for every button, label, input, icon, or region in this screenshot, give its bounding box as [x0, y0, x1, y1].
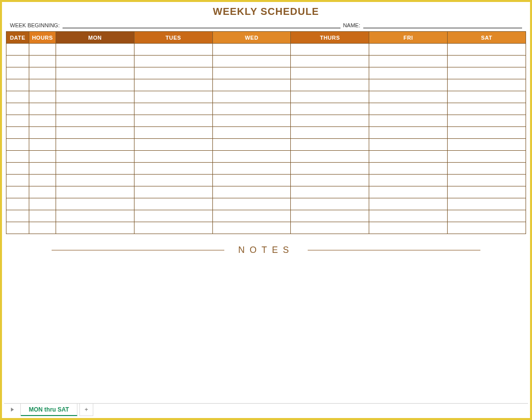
cell-hours[interactable]: [29, 222, 56, 234]
sheet-add-button[interactable]: +: [79, 404, 93, 416]
cell-thurs[interactable]: [291, 175, 369, 186]
cell-fri[interactable]: [369, 198, 448, 210]
cell-mon[interactable]: [56, 67, 134, 79]
sheet-tab-mon-sat[interactable]: MON thru SAT: [21, 404, 77, 416]
cell-thurs[interactable]: [291, 151, 369, 163]
cell-sat[interactable]: [448, 44, 526, 56]
cell-tues[interactable]: [134, 67, 212, 79]
cell-tues[interactable]: [134, 198, 212, 210]
cell-mon[interactable]: [56, 79, 134, 91]
cell-thurs[interactable]: [291, 56, 369, 67]
cell-date[interactable]: [6, 151, 29, 163]
cell-sat[interactable]: [448, 79, 526, 91]
cell-tues[interactable]: [134, 127, 212, 139]
cell-hours[interactable]: [29, 115, 56, 127]
cell-tues[interactable]: [134, 222, 212, 234]
cell-wed[interactable]: [212, 222, 291, 234]
sheet-nav-button[interactable]: [4, 404, 21, 416]
cell-wed[interactable]: [212, 44, 291, 56]
cell-sat[interactable]: [448, 115, 526, 127]
cell-mon[interactable]: [56, 151, 134, 163]
cell-mon[interactable]: [56, 186, 134, 198]
cell-wed[interactable]: [212, 139, 291, 151]
cell-tues[interactable]: [134, 79, 212, 91]
cell-hours[interactable]: [29, 198, 56, 210]
cell-wed[interactable]: [212, 91, 291, 103]
cell-sat[interactable]: [448, 175, 526, 186]
cell-fri[interactable]: [369, 103, 448, 115]
cell-wed[interactable]: [212, 175, 291, 186]
cell-tues[interactable]: [134, 186, 212, 198]
cell-sat[interactable]: [448, 127, 526, 139]
cell-fri[interactable]: [369, 175, 448, 186]
cell-hours[interactable]: [29, 175, 56, 186]
cell-wed[interactable]: [212, 115, 291, 127]
cell-wed[interactable]: [212, 198, 291, 210]
cell-wed[interactable]: [212, 210, 291, 222]
cell-date[interactable]: [6, 222, 29, 234]
cell-mon[interactable]: [56, 127, 134, 139]
cell-wed[interactable]: [212, 127, 291, 139]
cell-fri[interactable]: [369, 139, 448, 151]
cell-tues[interactable]: [134, 103, 212, 115]
cell-fri[interactable]: [369, 127, 448, 139]
cell-thurs[interactable]: [291, 210, 369, 222]
cell-tues[interactable]: [134, 175, 212, 186]
cell-sat[interactable]: [448, 151, 526, 163]
cell-thurs[interactable]: [291, 222, 369, 234]
cell-thurs[interactable]: [291, 127, 369, 139]
cell-mon[interactable]: [56, 56, 134, 67]
cell-thurs[interactable]: [291, 44, 369, 56]
cell-thurs[interactable]: [291, 115, 369, 127]
cell-tues[interactable]: [134, 139, 212, 151]
cell-tues[interactable]: [134, 115, 212, 127]
cell-thurs[interactable]: [291, 163, 369, 175]
cell-mon[interactable]: [56, 222, 134, 234]
cell-fri[interactable]: [369, 151, 448, 163]
cell-fri[interactable]: [369, 91, 448, 103]
cell-tues[interactable]: [134, 44, 212, 56]
cell-mon[interactable]: [56, 163, 134, 175]
cell-date[interactable]: [6, 127, 29, 139]
cell-date[interactable]: [6, 67, 29, 79]
cell-tues[interactable]: [134, 163, 212, 175]
cell-fri[interactable]: [369, 186, 448, 198]
cell-wed[interactable]: [212, 103, 291, 115]
cell-tues[interactable]: [134, 56, 212, 67]
cell-hours[interactable]: [29, 44, 56, 56]
cell-sat[interactable]: [448, 222, 526, 234]
cell-fri[interactable]: [369, 210, 448, 222]
cell-thurs[interactable]: [291, 198, 369, 210]
cell-hours[interactable]: [29, 79, 56, 91]
week-beginning-input-line[interactable]: [63, 21, 340, 28]
cell-thurs[interactable]: [291, 139, 369, 151]
cell-date[interactable]: [6, 91, 29, 103]
cell-tues[interactable]: [134, 151, 212, 163]
cell-date[interactable]: [6, 163, 29, 175]
cell-hours[interactable]: [29, 151, 56, 163]
cell-mon[interactable]: [56, 44, 134, 56]
cell-date[interactable]: [6, 44, 29, 56]
cell-thurs[interactable]: [291, 103, 369, 115]
cell-fri[interactable]: [369, 44, 448, 56]
cell-fri[interactable]: [369, 115, 448, 127]
cell-date[interactable]: [6, 139, 29, 151]
cell-mon[interactable]: [56, 139, 134, 151]
cell-wed[interactable]: [212, 151, 291, 163]
cell-date[interactable]: [6, 175, 29, 186]
cell-hours[interactable]: [29, 163, 56, 175]
cell-mon[interactable]: [56, 115, 134, 127]
cell-tues[interactable]: [134, 210, 212, 222]
cell-wed[interactable]: [212, 79, 291, 91]
cell-date[interactable]: [6, 186, 29, 198]
cell-sat[interactable]: [448, 67, 526, 79]
cell-sat[interactable]: [448, 186, 526, 198]
cell-fri[interactable]: [369, 67, 448, 79]
cell-wed[interactable]: [212, 67, 291, 79]
cell-sat[interactable]: [448, 56, 526, 67]
name-input-line[interactable]: [363, 21, 522, 28]
cell-sat[interactable]: [448, 198, 526, 210]
cell-thurs[interactable]: [291, 79, 369, 91]
cell-sat[interactable]: [448, 210, 526, 222]
cell-thurs[interactable]: [291, 91, 369, 103]
